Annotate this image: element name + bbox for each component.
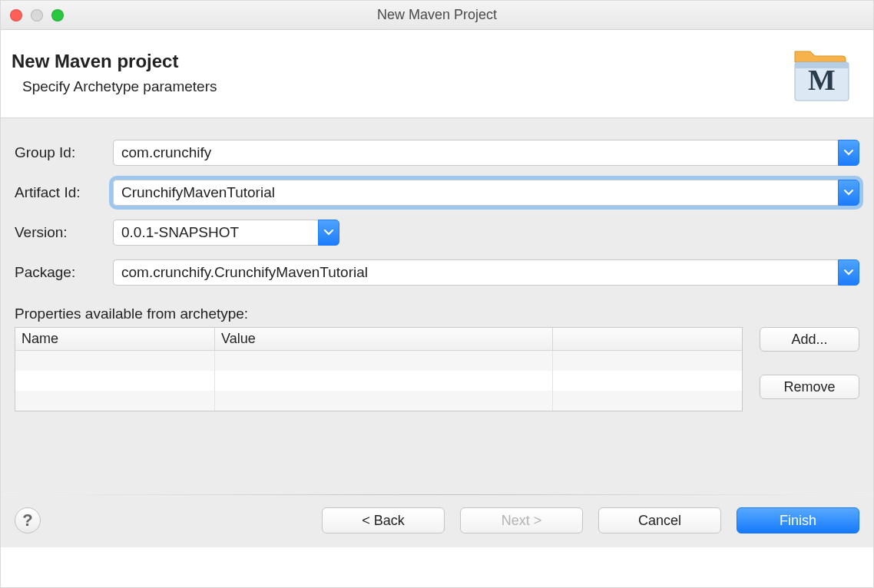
property-value-cell[interactable]: [215, 391, 553, 411]
chevron-down-icon: [844, 190, 853, 196]
add-property-button[interactable]: Add...: [760, 327, 859, 352]
wizard-subtitle: Specify Archetype parameters: [22, 78, 787, 95]
properties-table-body: [15, 351, 742, 411]
version-row: Version:: [15, 220, 859, 246]
package-combo[interactable]: [113, 259, 859, 286]
cancel-button[interactable]: Cancel: [598, 507, 721, 533]
property-rest-cell: [553, 391, 742, 411]
artifact-id-combo[interactable]: [113, 180, 859, 206]
help-button[interactable]: ?: [15, 507, 41, 533]
package-label: Package:: [15, 264, 113, 281]
properties-table[interactable]: Name Value: [15, 327, 743, 411]
artifact-id-dropdown-button[interactable]: [838, 180, 859, 206]
properties-header-value[interactable]: Value: [215, 328, 553, 350]
properties-container: Name Value: [15, 327, 859, 411]
properties-button-column: Add... Remove: [760, 327, 859, 399]
package-input[interactable]: [113, 259, 838, 286]
remove-property-button[interactable]: Remove: [760, 375, 859, 399]
properties-header-name[interactable]: Name: [15, 328, 215, 350]
chevron-down-icon: [324, 230, 333, 236]
maven-folder-icon: M: [787, 42, 856, 104]
version-label: Version:: [15, 224, 113, 241]
group-id-dropdown-button[interactable]: [838, 140, 859, 166]
property-name-cell[interactable]: [15, 371, 215, 391]
title-bar: New Maven Project: [1, 1, 873, 30]
artifact-id-label: Artifact Id:: [15, 184, 113, 201]
group-id-input[interactable]: [113, 140, 838, 166]
wizard-banner: New Maven project Specify Archetype para…: [1, 30, 873, 118]
table-row[interactable]: [15, 371, 742, 391]
next-button[interactable]: Next >: [460, 507, 583, 533]
wizard-footer: ? < Back Next > Cancel Finish: [1, 495, 873, 547]
artifact-id-row: Artifact Id:: [15, 180, 859, 206]
property-value-cell[interactable]: [215, 351, 553, 371]
chevron-down-icon: [844, 150, 853, 156]
version-input[interactable]: [113, 220, 318, 246]
table-row[interactable]: [15, 391, 742, 411]
back-button[interactable]: < Back: [322, 507, 445, 533]
wizard-title: New Maven project: [12, 51, 787, 72]
group-id-row: Group Id:: [15, 140, 859, 166]
properties-label: Properties available from archetype:: [15, 306, 859, 322]
table-row[interactable]: [15, 351, 742, 371]
svg-text:M: M: [808, 64, 836, 96]
property-name-cell[interactable]: [15, 391, 215, 411]
form-body: Group Id: Artifact Id: Version: Packag: [1, 118, 873, 494]
package-row: Package:: [15, 259, 859, 286]
property-name-cell[interactable]: [15, 351, 215, 371]
property-rest-cell: [553, 371, 742, 391]
finish-button[interactable]: Finish: [737, 507, 859, 533]
property-rest-cell: [553, 351, 742, 371]
version-combo[interactable]: [113, 220, 339, 246]
properties-header-spacer: [553, 328, 742, 350]
group-id-combo[interactable]: [113, 140, 859, 166]
properties-table-header: Name Value: [15, 328, 742, 351]
wizard-nav-buttons: < Back Next > Cancel Finish: [322, 507, 859, 533]
artifact-id-input[interactable]: [113, 180, 838, 206]
version-dropdown-button[interactable]: [318, 220, 339, 246]
group-id-label: Group Id:: [15, 144, 113, 161]
window-title: New Maven Project: [1, 7, 873, 23]
chevron-down-icon: [844, 269, 853, 276]
question-mark-icon: ?: [22, 510, 32, 530]
property-value-cell[interactable]: [215, 371, 553, 391]
package-dropdown-button[interactable]: [838, 259, 859, 286]
